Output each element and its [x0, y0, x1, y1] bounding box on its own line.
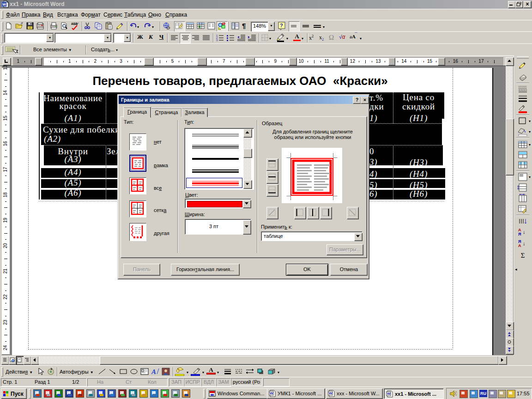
svg-text:W: W	[329, 391, 332, 395]
svg-text:X: X	[198, 24, 201, 29]
svg-text:W: W	[2, 2, 6, 6]
svg-text:W: W	[270, 391, 273, 395]
svg-text:3: 3	[216, 39, 218, 42]
svg-text:?: ?	[280, 23, 283, 28]
svg-text:АБВ: АБВ	[71, 22, 78, 25]
svg-text:A: A	[151, 368, 156, 375]
svg-text:W: W	[387, 392, 391, 396]
